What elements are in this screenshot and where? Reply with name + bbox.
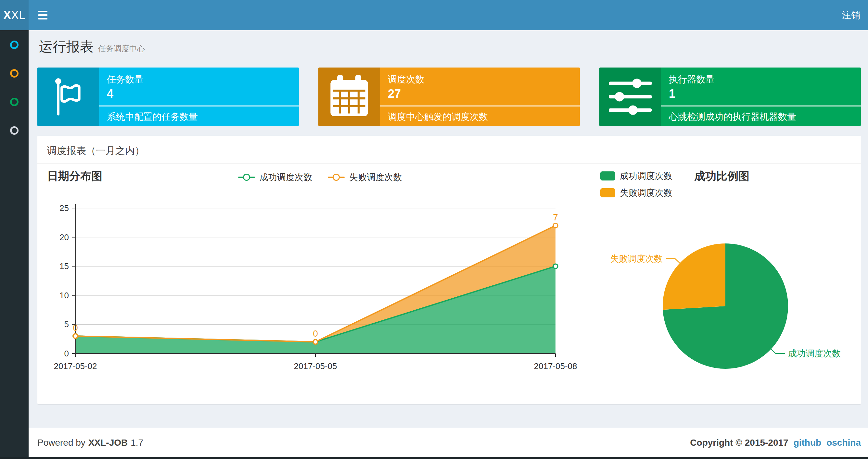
line-chart-title: 日期分布图 [47, 169, 102, 184]
pie-series-swatch [600, 171, 615, 181]
report-panel: 调度报表（一月之内） 日期分布图 成功调度次数 失败调度次数 051015202… [37, 136, 861, 404]
info-box-description: 系统中配置的任务数量 [107, 111, 198, 123]
legend-item-fail[interactable]: 失败调度次数 [328, 171, 402, 183]
panel-title: 调度报表（一月之内） [47, 144, 145, 158]
brand-name: XXL-JOB [88, 437, 128, 448]
circle-icon [10, 98, 19, 106]
info-box-triggers: 调度次数 27 调度中心触发的调度次数 [318, 67, 580, 126]
divider [661, 105, 861, 106]
legend-label: 成功调度次数 [620, 170, 673, 182]
svg-text:10: 10 [59, 291, 69, 300]
info-box-label: 调度次数 [388, 73, 424, 86]
logo[interactable]: XXL [0, 0, 29, 30]
sidebar [0, 30, 29, 459]
svg-text:25: 25 [59, 203, 69, 213]
legend-item-success[interactable]: 成功调度次数 [238, 171, 312, 183]
legend-item-success[interactable]: 成功调度次数 [600, 170, 673, 182]
svg-text:7: 7 [553, 212, 558, 222]
info-box-executors: 执行器数量 1 心跳检测成功的执行器机器数量 [599, 67, 861, 126]
info-box-content: 调度次数 27 调度中心触发的调度次数 [380, 67, 580, 126]
page-subtitle: 任务调度中心 [98, 44, 145, 53]
info-box-label: 执行器数量 [669, 73, 714, 86]
svg-text:5: 5 [64, 320, 69, 329]
flag-icon [37, 67, 99, 126]
calendar-icon [318, 67, 380, 126]
svg-text:0: 0 [64, 349, 69, 358]
svg-text:15: 15 [59, 261, 69, 271]
line-series-marker [238, 174, 255, 181]
page-header: 运行报表任务调度中心 [39, 38, 145, 56]
logo-text-bold: X [3, 8, 11, 22]
circle-icon [10, 69, 19, 77]
info-box-value: 1 [669, 87, 675, 101]
sidebar-item[interactable] [8, 98, 21, 106]
app: XXL 注销 运行报表任务调度中心 任务数量 4 系统中配置的任务数量 [0, 0, 868, 459]
pie-chart: 成功调度次数失败调度次数 [604, 227, 864, 383]
info-box-description: 调度中心触发的调度次数 [388, 111, 488, 123]
sidebar-item[interactable] [8, 126, 21, 135]
logo-text: XL [11, 8, 25, 22]
divider [99, 105, 299, 106]
divider [37, 163, 861, 164]
info-box-content: 执行器数量 1 心跳检测成功的执行器机器数量 [661, 67, 861, 126]
svg-text:0: 0 [313, 328, 318, 338]
pie-series-swatch [600, 188, 615, 197]
legend-label: 失败调度次数 [620, 187, 673, 199]
footer: Powered by XXL-JOB 1.7 Copyright © 2015-… [29, 428, 868, 457]
navbar: XXL 注销 [0, 0, 868, 30]
info-box-value: 27 [388, 87, 401, 101]
line-chart: 05101520252017-05-022017-05-052017-05-08… [42, 195, 588, 396]
svg-text:20: 20 [59, 232, 69, 242]
powered-prefix: Powered by [37, 437, 86, 448]
svg-text:失败调度次数: 失败调度次数 [610, 254, 663, 264]
logout-link[interactable]: 注销 [842, 0, 860, 30]
menu-toggle-icon[interactable] [32, 0, 53, 30]
pie-chart-legend: 成功调度次数 失败调度次数 [600, 170, 673, 199]
info-box-jobs: 任务数量 4 系统中配置的任务数量 [37, 67, 299, 126]
oschina-link[interactable]: oschina [827, 437, 861, 448]
line-series-marker [328, 174, 345, 181]
info-boxes-row: 任务数量 4 系统中配置的任务数量 [37, 67, 861, 126]
sliders-icon [599, 67, 661, 126]
info-box-content: 任务数量 4 系统中配置的任务数量 [99, 67, 299, 126]
bottom-strip [0, 457, 868, 459]
copyright-text: Copyright © 2015-2017 [690, 437, 788, 448]
github-link[interactable]: github [794, 437, 822, 448]
svg-text:2017-05-02: 2017-05-02 [54, 361, 97, 371]
footer-powered-by: Powered by XXL-JOB 1.7 [37, 428, 143, 457]
divider [380, 105, 580, 106]
circle-icon [10, 126, 19, 135]
info-box-value: 4 [107, 87, 113, 101]
svg-text:0: 0 [73, 323, 78, 333]
page-title: 运行报表 [39, 39, 94, 54]
svg-text:2017-05-08: 2017-05-08 [534, 361, 577, 371]
legend-item-fail[interactable]: 失败调度次数 [600, 187, 673, 199]
legend-label: 失败调度次数 [349, 171, 402, 183]
svg-text:2017-05-05: 2017-05-05 [294, 361, 337, 371]
legend-label: 成功调度次数 [259, 171, 312, 183]
pie-chart-title: 成功比例图 [694, 169, 749, 184]
footer-copyright: Copyright © 2015-2017 github oschina [690, 428, 861, 457]
info-box-description: 心跳检测成功的执行器机器数量 [669, 111, 796, 123]
line-chart-legend: 成功调度次数 失败调度次数 [238, 171, 402, 183]
version: 1.7 [131, 437, 143, 448]
sidebar-item[interactable] [8, 40, 21, 49]
sidebar-item[interactable] [8, 69, 21, 77]
info-box-label: 任务数量 [107, 73, 143, 86]
circle-icon [10, 40, 19, 49]
svg-text:成功调度次数: 成功调度次数 [788, 349, 841, 358]
